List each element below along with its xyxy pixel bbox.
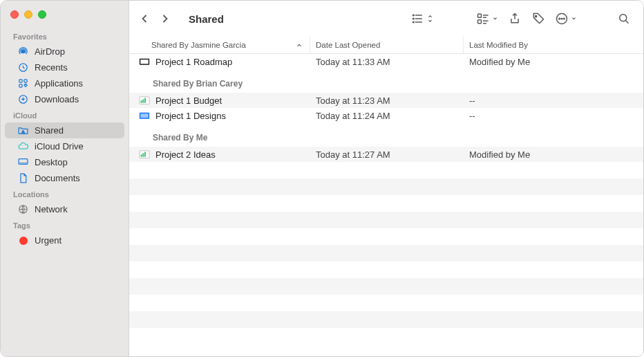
empty-row [129,162,643,178]
download-icon [17,93,29,105]
file-row[interactable]: Project 1 Roadmap Today at 11:33 AM Modi… [129,54,643,69]
svg-rect-8 [19,163,27,163]
sidebar-item-documents[interactable]: Documents [5,170,124,186]
file-name: Project 1 Roadmap [155,57,232,67]
sidebar-item-label: Network [35,204,68,214]
svg-rect-26 [144,98,146,102]
sidebar-section-icloud: iCloud [1,107,129,122]
toolbar: Shared [129,1,643,37]
empty-row [129,262,643,278]
sidebar-section-locations: Locations [1,186,129,201]
sidebar-item-label: AirDrop [35,46,65,57]
column-header-name[interactable]: Shared By Jasmine Garcia [136,37,310,53]
svg-rect-25 [142,99,144,102]
empty-row [129,295,643,311]
svg-point-18 [561,18,562,19]
file-row[interactable]: Project 1 Budget Today at 11:23 AM -- [129,93,643,108]
sidebar-item-icloud-drive[interactable]: iCloud Drive [5,138,124,154]
tag-red-icon [17,235,29,246]
ellipsis-circle-icon [555,12,569,26]
sidebar-item-shared[interactable]: Shared [5,122,124,138]
sidebar-item-tag-urgent[interactable]: Urgent [5,232,124,248]
svg-point-19 [564,18,565,19]
keynote-icon [139,57,150,66]
tags-button[interactable] [529,12,548,26]
back-button[interactable] [135,10,154,28]
svg-point-10 [413,15,415,16]
file-date: Today at 11:27 AM [310,149,464,160]
chevron-down-icon [492,14,498,24]
search-icon [617,12,631,26]
sidebar-item-desktop[interactable]: Desktop [5,154,124,170]
svg-point-11 [413,18,415,19]
forward-button[interactable] [155,10,175,28]
file-row[interactable]: Project 2 Ideas Today at 11:27 AM Modifi… [129,147,643,162]
sidebar-item-recents[interactable]: Recents [5,60,124,75]
nav-buttons [135,10,179,28]
keynote-blue-icon [139,111,150,120]
svg-rect-14 [478,20,482,24]
sidebar-section-favorites: Favorites [1,28,129,44]
svg-rect-32 [144,152,146,156]
file-date: Today at 11:33 AM [310,57,464,67]
sidebar-item-network[interactable]: Network [5,201,124,217]
svg-rect-2 [19,80,22,82]
empty-row [129,245,643,262]
sidebar-item-label: Downloads [35,94,79,104]
empty-row [129,311,643,328]
svg-rect-4 [19,84,22,87]
svg-rect-28 [140,113,149,118]
window-controls [1,6,129,28]
group-header: Shared By Me [129,123,643,147]
sidebar-item-label: iCloud Drive [35,141,84,152]
sidebar-item-airdrop[interactable]: AirDrop [5,44,124,60]
svg-point-0 [21,50,24,53]
svg-rect-13 [478,14,482,17]
group-header: Shared By Brian Carey [129,69,643,93]
share-icon [508,12,522,26]
svg-rect-22 [140,60,149,64]
apps-icon [17,77,29,89]
column-headers: Shared By Jasmine Garcia Date Last Opene… [129,37,643,54]
file-name: Project 1 Designs [155,111,226,121]
file-modified: Modified by Me [464,149,643,160]
view-mode-button[interactable] [408,12,436,26]
sidebar-item-label: Documents [35,173,80,183]
zoom-window-button[interactable] [38,10,46,19]
share-button[interactable] [505,12,524,26]
sidebar-item-label: Urgent [35,235,61,246]
file-date: Today at 11:23 AM [310,95,464,106]
numbers-icon [139,149,150,159]
cloud-icon [17,140,29,152]
sidebar-item-label: Applications [35,78,83,89]
search-button[interactable] [614,12,634,26]
file-date: Today at 11:24 AM [310,111,464,121]
sidebar-item-label: Desktop [35,157,68,167]
empty-row [129,195,643,212]
file-name: Project 1 Budget [155,95,222,106]
empty-row [129,212,643,228]
file-modified: -- [464,95,643,106]
clock-icon [17,62,29,73]
column-header-modified[interactable]: Last Modified By [464,37,643,53]
sidebar-section-tags: Tags [1,217,129,232]
close-window-button[interactable] [10,10,19,19]
airdrop-icon [17,46,29,57]
svg-rect-24 [141,100,142,103]
group-icon [476,12,490,26]
sidebar-item-applications[interactable]: Applications [5,75,124,91]
list-view-icon [411,12,425,26]
svg-rect-7 [19,159,28,165]
svg-rect-31 [142,153,144,156]
svg-point-12 [413,21,415,23]
chevron-down-icon [571,14,577,24]
sidebar-item-downloads[interactable]: Downloads [5,91,124,107]
tag-icon [531,12,545,26]
minimize-window-button[interactable] [24,10,32,19]
updown-chevron-icon [427,14,433,24]
svg-rect-3 [24,80,27,82]
group-by-button[interactable] [473,12,501,26]
more-actions-button[interactable] [552,12,580,26]
file-row[interactable]: Project 1 Designs Today at 11:24 AM -- [129,108,643,123]
column-header-date[interactable]: Date Last Opened [310,37,464,53]
